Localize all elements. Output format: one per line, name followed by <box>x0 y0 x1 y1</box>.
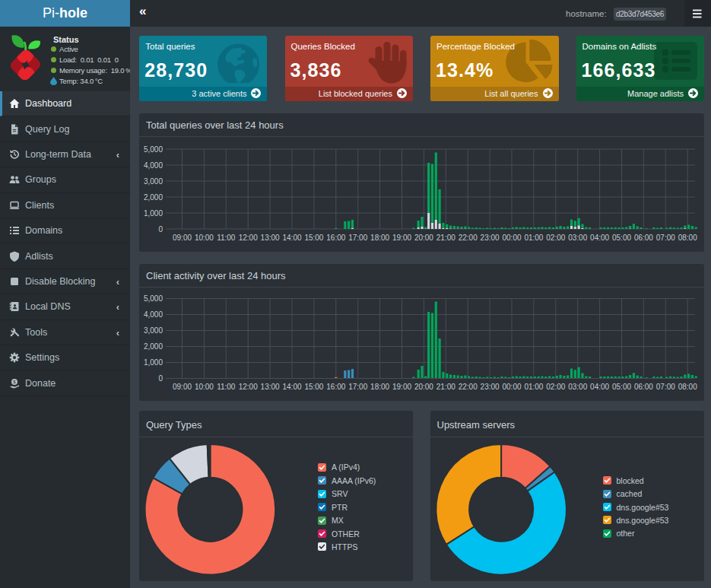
svg-text:09:00: 09:00 <box>173 234 192 242</box>
svg-text:07:00: 07:00 <box>656 383 675 391</box>
svg-text:20:00: 20:00 <box>414 234 433 242</box>
svg-text:19:00: 19:00 <box>392 383 411 391</box>
svg-text:15:00: 15:00 <box>304 234 323 242</box>
svg-text:00:00: 00:00 <box>502 383 521 391</box>
svg-text:1,000: 1,000 <box>144 209 163 218</box>
svg-text:16:00: 16:00 <box>326 234 345 242</box>
svg-text:0: 0 <box>158 225 163 234</box>
svg-text:06:00: 06:00 <box>634 234 653 242</box>
svg-text:04:00: 04:00 <box>590 234 609 242</box>
svg-text:11:00: 11:00 <box>217 234 236 242</box>
svg-text:02:00: 02:00 <box>546 234 565 242</box>
svg-text:10:00: 10:00 <box>195 383 214 391</box>
svg-text:22:00: 22:00 <box>459 234 478 242</box>
svg-text:17:00: 17:00 <box>348 383 367 391</box>
svg-text:19:00: 19:00 <box>392 234 411 242</box>
svg-text:18:00: 18:00 <box>370 383 389 391</box>
svg-text:14:00: 14:00 <box>282 234 301 242</box>
svg-text:3,000: 3,000 <box>144 177 163 186</box>
svg-text:12:00: 12:00 <box>239 234 258 242</box>
svg-text:5,000: 5,000 <box>144 145 163 154</box>
svg-text:05:00: 05:00 <box>612 383 631 391</box>
svg-text:2,000: 2,000 <box>144 342 163 351</box>
svg-text:13:00: 13:00 <box>261 234 280 242</box>
svg-text:5,000: 5,000 <box>144 294 163 303</box>
svg-text:23:00: 23:00 <box>481 383 500 391</box>
svg-text:08:00: 08:00 <box>678 383 697 391</box>
svg-text:03:00: 03:00 <box>568 234 587 242</box>
svg-text:16:00: 16:00 <box>326 383 345 391</box>
svg-text:14:00: 14:00 <box>282 383 301 391</box>
svg-text:4,000: 4,000 <box>144 310 163 319</box>
svg-text:20:00: 20:00 <box>414 383 433 391</box>
svg-text:03:00: 03:00 <box>568 383 587 391</box>
svg-text:1,000: 1,000 <box>144 358 163 367</box>
svg-text:13:00: 13:00 <box>261 383 280 391</box>
svg-text:17:00: 17:00 <box>348 234 367 242</box>
svg-text:22:00: 22:00 <box>459 383 478 391</box>
svg-text:02:00: 02:00 <box>546 383 565 391</box>
svg-text:0: 0 <box>158 374 163 383</box>
svg-text:11:00: 11:00 <box>217 383 236 391</box>
svg-text:01:00: 01:00 <box>524 383 543 391</box>
svg-text:04:00: 04:00 <box>590 383 609 391</box>
svg-text:2,000: 2,000 <box>144 193 163 202</box>
svg-text:4,000: 4,000 <box>144 161 163 170</box>
svg-text:15:00: 15:00 <box>304 383 323 391</box>
svg-text:05:00: 05:00 <box>612 234 631 242</box>
svg-text:10:00: 10:00 <box>195 234 214 242</box>
svg-text:07:00: 07:00 <box>656 234 675 242</box>
svg-text:12:00: 12:00 <box>239 383 258 391</box>
svg-text:23:00: 23:00 <box>481 234 500 242</box>
svg-text:09:00: 09:00 <box>173 383 192 391</box>
svg-text:21:00: 21:00 <box>436 383 455 391</box>
svg-text:3,000: 3,000 <box>144 326 163 335</box>
svg-text:18:00: 18:00 <box>370 234 389 242</box>
svg-text:08:00: 08:00 <box>678 234 697 242</box>
svg-text:01:00: 01:00 <box>524 234 543 242</box>
svg-text:21:00: 21:00 <box>436 234 455 242</box>
svg-text:00:00: 00:00 <box>502 234 521 242</box>
svg-text:06:00: 06:00 <box>634 383 653 391</box>
